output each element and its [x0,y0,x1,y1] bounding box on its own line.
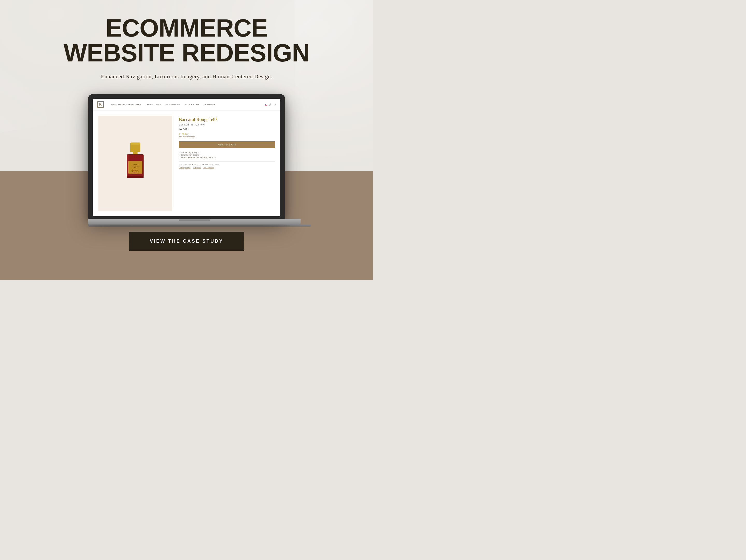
svg-rect-20 [127,176,144,178]
brand-logo: K [97,101,104,108]
svg-rect-21 [127,155,128,174]
benefit-item: Complimentary Samples [179,154,275,156]
screen-content: K PETIT MATIN & GRAND SOIR COLLECTIONS F… [93,99,280,216]
nav-item-petit-matin[interactable]: PETIT MATIN & GRAND SOIR [111,104,141,106]
svg-rect-2 [265,105,267,105]
product-size: 2.4 Fl. Oz. * [179,133,275,135]
nav-icons [265,103,276,106]
page-content: ECOMMERCE WEBSITE REDESIGN Enhanced Navi… [0,0,373,251]
laptop-base [88,219,300,225]
product-details: Baccarat Rouge 540 EXTRAIT DE PARFUM $46… [179,116,275,211]
discover-section: DISCOVER BACCARAT ROUGE 540 Olfactory No… [179,162,275,169]
laptop-mockup: K PETIT MATIN & GRAND SOIR COLLECTIONS F… [88,94,285,227]
svg-rect-9 [133,151,137,154]
laptop-notch [179,219,210,221]
title-line2: WEBSITE REDESIGN [63,39,309,67]
discover-links: Olfactory Notes Inspiration The Collecti… [179,167,275,169]
product-area: Maison Francis Kurkdjian Paris Baccarat … [93,110,280,216]
title-line1: ECOMMERCE [106,14,268,42]
product-image-container: Maison Francis Kurkdjian Paris Baccarat … [98,116,172,211]
view-case-study-button[interactable]: VIEW THE CASE STUDY [129,232,244,251]
nav-item-collections[interactable]: COLLECTIONS [146,104,161,106]
svg-point-6 [275,105,275,105]
product-price: $465.00 [179,128,275,131]
laptop-screen: K PETIT MATIN & GRAND SOIR COLLECTIONS F… [93,99,280,216]
nav-item-le-maison[interactable]: LE MAISON [204,104,216,106]
svg-text:Rouge 540: Rouge 540 [132,171,139,173]
svg-rect-8 [131,143,140,145]
flag-icon[interactable] [265,103,267,106]
discover-link-collection[interactable]: The Collection [203,167,214,169]
discover-link-olfactory[interactable]: Olfactory Notes [179,167,191,169]
size-required: * [189,133,189,135]
website-nav: K PETIT MATIN & GRAND SOIR COLLECTIONS F… [93,99,280,110]
product-title: Baccarat Rouge 540 [179,117,275,123]
nav-links: PETIT MATIN & GRAND SOIR COLLECTIONS FRA… [111,104,260,106]
discover-link-inspiration[interactable]: Inspiration [193,167,201,169]
benefit-item: Free shipping by May 29 [179,151,275,153]
size-label: 2.4 Fl. Oz. [179,133,188,135]
laptop-frame: K PETIT MATIN & GRAND SOIR COLLECTIONS F… [88,94,285,219]
add-personalization-link[interactable]: Add Personalization [179,136,275,138]
laptop-feet [88,225,311,227]
svg-text:Baccarat: Baccarat [132,169,138,171]
cta-section: VIEW THE CASE STUDY [129,232,244,251]
svg-point-5 [274,105,274,105]
svg-text:Maison: Maison [133,164,137,165]
product-subtitle: EXTRAIT DE PARFUM [179,124,275,126]
perfume-bottle-image: Maison Francis Kurkdjian Paris Baccarat … [118,141,152,186]
svg-text:Extrait de parfum: Extrait de parfum [132,174,139,175]
page-subtitle: Enhanced Navigation, Luxurious Imagery, … [101,73,272,80]
user-icon[interactable] [269,103,271,106]
svg-text:Francis Kurkdjian: Francis Kurkdjian [131,165,139,167]
page-title: ECOMMERCE WEBSITE REDESIGN [63,16,309,65]
cart-icon[interactable] [273,103,276,106]
product-benefits-list: Free shipping by May 29 Complimentary Sa… [179,151,275,159]
svg-rect-3 [265,104,266,105]
benefit-item: Token of appreciation on purchases over … [179,157,275,159]
nav-item-fragrances[interactable]: FRAGRANCES [166,104,180,106]
add-to-cart-button[interactable]: ADD TO CART [179,141,275,148]
discover-title: DISCOVER BACCARAT ROUGE 540 [179,164,275,165]
nav-item-bath-body[interactable]: BATH & BODY [185,104,199,106]
svg-point-4 [270,104,271,105]
svg-text:Paris: Paris [134,167,136,168]
